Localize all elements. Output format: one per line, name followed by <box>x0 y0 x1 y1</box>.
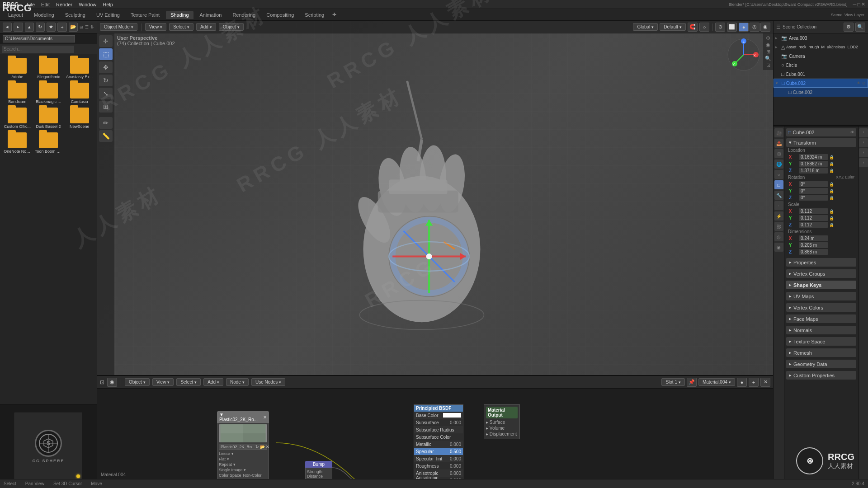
sidebar-view-toggle[interactable]: ⊞ <box>80 25 83 29</box>
folder-camtasia[interactable]: Camtasia <box>66 83 93 104</box>
dim-x-field[interactable]: 0.24 m <box>799 235 828 241</box>
prop-metallic[interactable]: Metallic 0.000 <box>414 441 463 448</box>
orientation-dropdown[interactable]: Global <box>633 23 658 31</box>
annotate-tool[interactable]: ✏ <box>99 117 113 129</box>
overlay-btn[interactable]: ⊙ <box>715 23 725 32</box>
object-name[interactable]: Cube.002 <box>793 130 815 135</box>
viewport-shade-icon[interactable]: ◉ <box>766 42 770 48</box>
custom-props-header[interactable]: ▸ Custom Properties <box>786 371 856 380</box>
props-output-icon[interactable]: 📤 <box>774 139 783 148</box>
rot-z-lock[interactable]: 🔒 <box>829 196 847 200</box>
props-scene-icon[interactable]: 🌐 <box>774 160 783 169</box>
sidebar-sort-toggle[interactable]: ⇅ <box>90 25 94 29</box>
scale-y-field[interactable]: 0.112 <box>799 215 828 221</box>
face-maps-header[interactable]: ▸ Face Maps <box>786 314 856 323</box>
image-texture-node[interactable]: ▼ Plastic02_2K_Ro... ✕ Plastic02 <box>217 411 269 485</box>
node-node-dropdown[interactable]: Node <box>226 378 249 386</box>
folder-blackmagic[interactable]: Blackmagic ... <box>35 83 62 104</box>
right-icon-4[interactable]: ⋮ <box>859 158 868 167</box>
tree-camera[interactable]: 📷 Camera <box>774 52 868 61</box>
tab-sculpting[interactable]: Sculpting <box>61 11 90 19</box>
xray-btn[interactable]: ⬜ <box>727 23 737 32</box>
viewport-add-dropdown[interactable]: Add <box>196 23 216 31</box>
menu-window[interactable]: Window <box>76 1 99 8</box>
object-props-header[interactable]: ▸ Properties <box>786 258 856 267</box>
transform-tool[interactable]: ⊞ <box>99 101 113 113</box>
tree-circle[interactable]: ○ Circle <box>774 61 868 70</box>
path-input[interactable] <box>3 35 75 42</box>
tabs-add-btn[interactable]: ✚ <box>332 12 336 18</box>
sidebar-back-btn[interactable]: ◂ <box>3 23 12 32</box>
img-tex-folder-btn[interactable]: 📂 <box>260 445 265 449</box>
sidebar-new-btn[interactable]: + <box>57 23 66 32</box>
folder-allegorithmic[interactable]: Allegorithmic <box>35 58 62 79</box>
props-object-icon[interactable]: □ <box>774 180 783 189</box>
img-tex-close[interactable]: ✕ <box>263 415 267 420</box>
magnet-btn[interactable]: 🧲 <box>688 23 698 32</box>
node-editor-toggle[interactable]: ◉ <box>107 378 117 387</box>
folder-anastasiy[interactable]: Anastasiy Ex... <box>66 58 93 79</box>
right-icon-2[interactable]: ⋮ <box>859 138 868 147</box>
dim-y-field[interactable]: 0.205 m <box>799 242 828 248</box>
rot-y-field[interactable]: 0° <box>799 188 828 194</box>
uv-maps-header[interactable]: ▸ UV Maps <box>786 292 856 300</box>
vertex-groups-header[interactable]: ▸ Vertex Groups <box>786 269 856 278</box>
props-material-icon[interactable]: ◉ <box>774 243 783 252</box>
props-constraints-icon[interactable]: ⛓ <box>774 222 783 231</box>
loc-y-field[interactable]: 0.18862 m <box>799 161 828 167</box>
loc-z-field[interactable]: 1.3718 m <box>799 168 828 174</box>
props-view-layer-icon[interactable]: ⊞ <box>774 149 783 158</box>
tab-shading[interactable]: Shading <box>166 11 193 19</box>
scale-x-field[interactable]: 0.112 <box>799 208 828 214</box>
scale-z-field[interactable]: 0.112 <box>799 222 828 228</box>
rendered-view-btn[interactable]: ◉ <box>760 23 770 32</box>
tab-compositing[interactable]: Compositing <box>262 11 298 19</box>
node-select-dropdown[interactable]: Select <box>176 378 201 386</box>
sidebar-list-toggle[interactable]: ☰ <box>85 25 89 29</box>
tab-layout[interactable]: Layout <box>4 11 28 19</box>
tree-area003[interactable]: ▸ 📷 Area.003 <box>774 33 868 42</box>
props-physics-icon[interactable]: ⚡ <box>774 211 783 221</box>
loc-z-lock[interactable]: 🔒 <box>829 169 847 173</box>
measure-tool[interactable]: 📏 <box>99 130 113 142</box>
sidebar-open-btn[interactable]: 📂 <box>69 23 78 32</box>
scale-tool[interactable]: ⤡ <box>99 88 113 99</box>
menu-edit[interactable]: Edit <box>38 1 52 8</box>
rot-x-field[interactable]: 0° <box>799 181 828 187</box>
dim-z-field[interactable]: 0.868 m <box>799 249 828 255</box>
tree-cube001[interactable]: □ Cube.001 <box>774 70 868 79</box>
loc-y-lock[interactable]: 🔒 <box>829 162 847 166</box>
folder-custom-office[interactable]: Custom Offic... <box>4 108 31 129</box>
props-modifiers-icon[interactable]: 🔧 <box>774 191 783 200</box>
viewport-mode-dropdown[interactable]: Object Mode <box>100 23 137 31</box>
normals-header[interactable]: ▸ Normals <box>786 326 856 334</box>
sidebar-forward-btn[interactable]: ▸ <box>14 23 23 32</box>
props-particles-icon[interactable]: · <box>774 201 783 210</box>
prop-subsurface[interactable]: Subsurface 0.000 <box>414 419 463 426</box>
sidebar-up-btn[interactable]: ▴ <box>25 23 34 32</box>
props-world-icon[interactable]: ○ <box>774 170 783 179</box>
viewport-object-dropdown[interactable]: Object <box>219 23 244 31</box>
node-add-dropdown[interactable]: Add <box>203 378 223 386</box>
right-icon-1[interactable]: ⋮ <box>859 128 868 137</box>
folder-newscene[interactable]: NewScene <box>66 108 93 129</box>
material-view-btn[interactable]: ◎ <box>750 23 760 32</box>
render-icons[interactable]: ⚙ <box>766 35 770 41</box>
folder-duik[interactable]: Duik Bassel 2 <box>35 108 62 129</box>
folder-bandicam[interactable]: Bandicam <box>4 83 31 104</box>
sidebar-refresh-btn[interactable]: ↻ <box>36 23 45 32</box>
node-use-nodes-btn[interactable]: Use Nodes <box>251 378 285 386</box>
maximize-btn[interactable]: □ <box>857 2 860 7</box>
prop-subsurface-radius[interactable]: Subsurface Radius <box>414 426 463 433</box>
solid-view-btn[interactable]: ● <box>739 23 749 32</box>
node-view-dropdown[interactable]: View <box>152 378 174 386</box>
shape-keys-header[interactable]: ▸ Shape Keys <box>786 281 856 289</box>
menu-help[interactable]: Help <box>100 1 116 8</box>
geometry-data-header[interactable]: ▸ Geometry Data <box>786 360 856 368</box>
right-icon-3[interactable]: ⋮ <box>859 148 868 157</box>
scale-x-lock[interactable]: 🔒 <box>829 209 847 214</box>
viewport-numpad-icon[interactable]: ⊞ <box>766 49 770 55</box>
viewport-select-dropdown[interactable]: Select <box>169 23 193 31</box>
props-render-icon[interactable]: 🎥 <box>774 128 783 137</box>
node-slot-dropdown[interactable]: Slot 1 <box>661 378 685 386</box>
